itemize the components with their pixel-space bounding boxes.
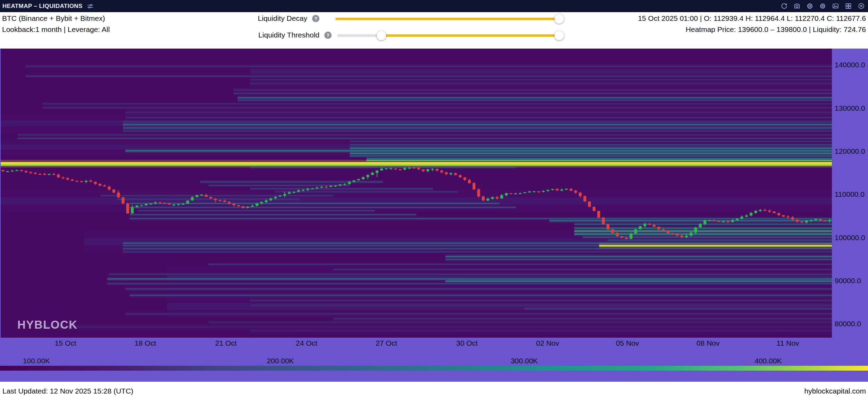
x-axis-tick: 24 Oct [289, 339, 324, 347]
x-axis-tick: 15 Oct [48, 339, 83, 347]
slider-fill [335, 18, 559, 20]
camera-icon[interactable] [793, 2, 801, 10]
page-title: HEATMAP – LIQUIDATIONS [2, 3, 83, 10]
lookback-info: Lookback:1 month | Leverage: All [2, 25, 110, 34]
website-link[interactable]: hyblockcapital.com [804, 387, 866, 395]
figure: HYBLOCK 140000.0130000.0120000.0110000.0… [0, 49, 868, 382]
liquidity-decay-label: Liquidity Decay [219, 14, 307, 23]
y-axis-tick: 130000.0 [835, 104, 865, 112]
x-axis-tick: 11 Nov [770, 339, 805, 347]
colorbar-tick: 100.00K [14, 357, 59, 365]
x-axis-tick: 27 Oct [369, 339, 404, 347]
colorbar-gradient [0, 366, 868, 371]
filters-icon[interactable] [87, 3, 94, 10]
help-icon[interactable]: ? [324, 32, 332, 39]
liquidity-decay-handle[interactable] [554, 14, 564, 24]
x-axis-tick: 02 Nov [530, 339, 565, 347]
liquidity-threshold-high-handle[interactable] [554, 31, 564, 40]
liquidity-threshold-slider[interactable] [337, 34, 562, 37]
y-axis-tick: 120000.0 [835, 147, 865, 155]
topbar-icon-row [781, 2, 865, 10]
liquidation-heatmap-chart[interactable] [1, 49, 832, 338]
x-axis-tick: 21 Oct [209, 339, 243, 347]
x-axis-tick: 08 Nov [691, 339, 725, 347]
liquidity-decay-slider[interactable] [335, 18, 562, 20]
slider-range-fill [381, 34, 559, 37]
image-icon[interactable] [832, 2, 839, 10]
y-axis-tick: 100000.0 [835, 234, 865, 242]
x-axis-tick: 05 Nov [610, 339, 645, 347]
liquidity-threshold-label: Liquidity Threshold [219, 31, 319, 39]
footer: Last Updated: 12 Nov 2025 15:28 (UTC) hy… [0, 382, 868, 397]
topbar: HEATMAP – LIQUIDATIONS [0, 0, 868, 12]
y-axis-tick: 80000.0 [835, 320, 861, 328]
y-axis-tick: 110000.0 [835, 190, 865, 198]
colorbar-tick: 400.00K [746, 357, 791, 365]
colorbar-tick: 200.00K [258, 357, 303, 365]
grid-icon[interactable] [845, 2, 852, 10]
last-updated-text: Last Updated: 12 Nov 2025 15:28 (UTC) [2, 387, 133, 395]
heatmap-price-info: Heatmap Price: 139600.0 – 139800.0 | Liq… [686, 25, 866, 34]
liquidity-threshold-low-handle[interactable] [377, 31, 386, 40]
symbol-info: BTC (Binance + Bybit + Bitmex) [2, 14, 105, 23]
colorbar-tick: 300.00K [502, 357, 547, 365]
x-axis-tick: 18 Oct [128, 339, 163, 347]
x-axis-tick: 30 Oct [450, 339, 484, 347]
watermark: HYBLOCK [17, 318, 78, 331]
y-axis-tick: 140000.0 [835, 61, 865, 69]
gear-icon[interactable] [819, 2, 826, 10]
sync-icon[interactable] [781, 2, 788, 10]
close-icon[interactable] [858, 2, 865, 10]
y-axis-tick: 90000.0 [835, 277, 861, 285]
ohlc-info: 15 Oct 2025 01:00 | O: 112939.4 H: 11296… [638, 14, 866, 23]
settings-icon[interactable] [806, 2, 813, 10]
help-icon[interactable]: ? [312, 15, 319, 22]
